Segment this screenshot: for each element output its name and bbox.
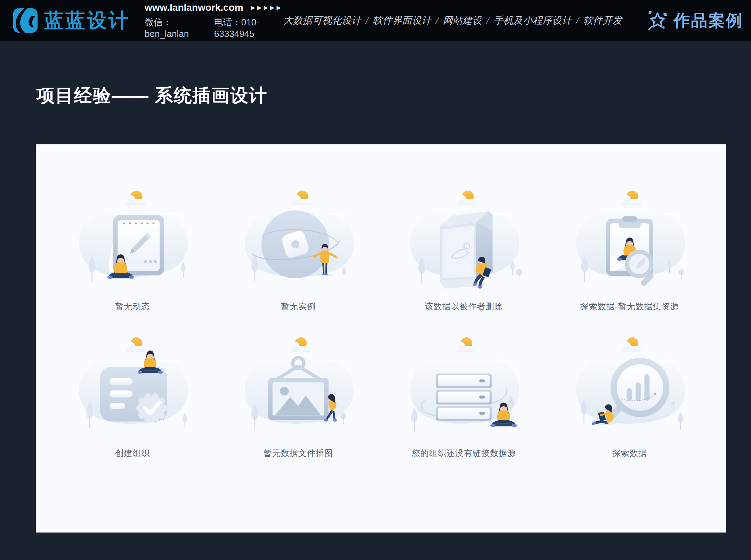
illustration-caption: 探索数据-暂无数据集资源 [563,301,696,312]
illustration-caption: 创建组织 [66,448,199,459]
illustration-caption: 暂无数据文件插图 [232,448,365,459]
illustration-board: 暂无动态 暂无实例 该数据以被作者删除 探索数据-暂无数据集资源 创建组织 暂无… [36,144,726,533]
server-stack-illustration [397,332,530,443]
illustration-caption: 您的组织还没有链接数据源 [397,448,530,459]
nav-separator: / [365,15,368,26]
page-title: 项目经验—— 系统插画设计 [37,83,267,108]
illustration-card: 探索数据-暂无数据集资源 [563,185,696,312]
nav-separator: / [436,15,438,26]
illustration-grid: 暂无动态 暂无实例 该数据以被作者删除 探索数据-暂无数据集资源 创建组织 暂无… [36,144,726,459]
illustration-caption: 探索数据 [563,448,696,459]
nav-item[interactable]: 大数据可视化设计 [283,15,361,26]
nav-item[interactable]: 网站建设 [443,15,482,26]
illustration-card: 探索数据 [563,332,696,459]
brand-name: 蓝蓝设计 [44,7,130,34]
chart-magnifier-illustration [563,332,696,443]
page: 蓝蓝设计 www.lanlanwork.com ▶▶▶▶▶ 微信：ben_lan… [0,0,751,560]
cases-label: 作品案例 [674,10,743,32]
nav-item[interactable]: 软件开发 [583,15,622,26]
header: 蓝蓝设计 www.lanlanwork.com ▶▶▶▶▶ 微信：ben_lan… [0,0,751,41]
magic-star-icon [647,10,668,31]
nav-item[interactable]: 手机及小程序设计 [494,15,572,26]
notepad-pencil-illustration [66,185,199,296]
picture-frame-illustration [232,332,365,443]
site-url: www.lanlanwork.com [145,2,243,13]
clipboard-search-illustration [563,185,696,296]
illustration-card: 该数据以被作者删除 [397,185,530,312]
wechat-contact: 微信：ben_lanlan [145,16,202,39]
header-nav: 大数据可视化设计/软件界面设计/网站建设/手机及小程序设计/软件开发 [283,14,622,27]
phone-contact: 电话：010-63334945 [214,16,283,39]
illustration-caption: 该数据以被作者删除 [397,301,530,312]
org-card-check-illustration [66,332,199,443]
portfolio-cases-link[interactable]: 作品案例 [647,10,743,32]
open-box-illustration [397,185,530,296]
nav-separator: / [486,15,489,26]
illustration-card: 暂无实例 [232,185,365,312]
illustration-card: 暂无数据文件插图 [232,332,365,459]
arrows-decoration: ▶▶▶▶▶ [251,5,283,11]
illustration-caption: 暂无实例 [232,301,365,312]
contact-block: www.lanlanwork.com ▶▶▶▶▶ 微信：ben_lanlan 电… [145,2,283,39]
nav-separator: / [576,15,579,26]
illustration-card: 创建组织 [66,332,199,459]
nav-item[interactable]: 软件界面设计 [373,15,431,26]
illustration-card: 您的组织还没有链接数据源 [397,332,530,459]
illustration-card: 暂无动态 [66,185,199,312]
brand[interactable]: 蓝蓝设计 [13,7,130,34]
illustration-caption: 暂无动态 [66,301,199,312]
lanlan-logo-icon [13,8,38,33]
compass-disc-illustration [232,185,365,296]
